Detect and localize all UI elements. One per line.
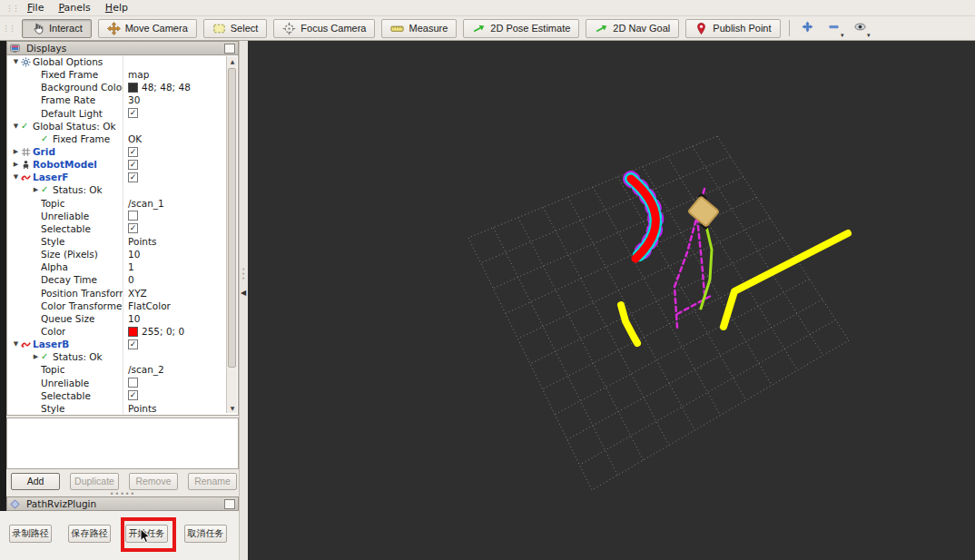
splitter-collapse-arrow[interactable]: ◀ <box>241 289 246 297</box>
tool-interact-button[interactable]: Interact <box>22 19 92 38</box>
tool-move-camera-button[interactable]: Move Camera <box>98 19 197 38</box>
tree-row-unreliable[interactable]: Unreliable <box>7 377 238 389</box>
tree-row-size-pixels[interactable]: Size (Pixels)10 <box>7 248 238 260</box>
property-value[interactable]: 48; 48; 48 <box>123 81 238 93</box>
property-value[interactable]: map <box>123 68 238 81</box>
plugin-button-2[interactable]: 保存路径 <box>68 525 111 543</box>
tool-2d-pose-estimate-button[interactable]: 2D Pose Estimate <box>463 19 579 38</box>
property-value[interactable]: OK <box>123 133 238 145</box>
property-value[interactable]: 0 <box>123 273 238 286</box>
tree-row-color-transformer[interactable]: Color TransformerFlatColor <box>7 300 238 312</box>
tool-visibility-button[interactable]: ▾ <box>851 19 871 38</box>
property-value[interactable]: XYZ <box>123 287 238 300</box>
value-text: 30 <box>128 93 140 106</box>
expand-open-icon[interactable]: ▼ <box>11 120 21 133</box>
tree-row-alpha[interactable]: Alpha1 <box>7 260 238 273</box>
expand-open-icon[interactable]: ▼ <box>11 171 21 183</box>
tree-row-robotmodel[interactable]: ▶RobotModel✓ <box>7 158 238 171</box>
property-value[interactable]: 255; 0; 0 <box>123 325 238 338</box>
plugin-button-4[interactable]: 取消任务 <box>184 525 227 543</box>
tree-row-laserf[interactable]: ▼LaserF✓ <box>7 171 238 183</box>
caret-icon: ▾ <box>841 32 844 39</box>
scroll-up-icon[interactable]: ▲ <box>227 56 238 66</box>
tool-2d-nav-goal-button[interactable]: 2D Nav Goal <box>586 19 679 38</box>
tree-row-style[interactable]: StylePoints <box>7 235 238 248</box>
tree-row-position-transformer[interactable]: Position TransformerXYZ <box>7 287 238 300</box>
tree-row-topic[interactable]: Topic/scan_1 <box>7 197 238 210</box>
3d-viewport[interactable] <box>248 41 975 560</box>
checkbox[interactable]: ✓ <box>128 147 138 157</box>
tree-row-frame-rate[interactable]: Frame Rate30 <box>7 93 238 106</box>
tool-publish-point-button[interactable]: Publish Point <box>685 19 780 38</box>
property-label: Topic <box>41 197 64 210</box>
expand-closed-icon[interactable]: ▶ <box>31 183 41 196</box>
expand-closed-icon[interactable]: ▶ <box>31 350 41 363</box>
tree-row-selectable[interactable]: Selectable✓ <box>7 222 238 235</box>
tool-measure-button[interactable]: Measure <box>381 19 457 38</box>
checkbox[interactable]: ✓ <box>128 390 138 400</box>
vertical-splitter[interactable]: ••• ◀ <box>239 41 248 560</box>
menu-panels[interactable]: Panels <box>52 1 96 15</box>
property-value[interactable]: 30 <box>123 93 238 106</box>
displays-tree[interactable]: ▼Global OptionsFixed FramemapBackground … <box>6 55 239 416</box>
expand-closed-icon[interactable]: ▶ <box>11 158 21 171</box>
displays-float-button[interactable] <box>224 44 235 54</box>
tree-row-unreliable[interactable]: Unreliable <box>7 210 238 222</box>
rename-button[interactable]: Rename <box>188 473 237 490</box>
property-value[interactable]: /scan_2 <box>123 363 238 376</box>
color-swatch[interactable] <box>128 83 138 93</box>
tree-row-topic[interactable]: Topic/scan_2 <box>7 363 238 376</box>
expand-open-icon[interactable]: ▼ <box>11 55 21 68</box>
property-value[interactable]: /scan_1 <box>123 197 238 210</box>
tree-row-selectable[interactable]: Selectable✓ <box>7 389 238 402</box>
add-button[interactable]: Add <box>11 473 60 490</box>
checkbox[interactable]: ✓ <box>128 223 138 233</box>
tool-label: Move Camera <box>125 23 188 34</box>
tree-row-background-color[interactable]: Background Color48; 48; 48 <box>7 81 238 93</box>
expand-closed-icon[interactable]: ▶ <box>11 145 21 158</box>
checkbox[interactable]: ✓ <box>128 160 138 170</box>
add-tool-button[interactable] <box>798 19 818 38</box>
property-value[interactable]: 1 <box>123 260 238 273</box>
tree-row-grid[interactable]: ▶Grid✓ <box>7 145 238 158</box>
tree-row-color[interactable]: Color255; 0; 0 <box>7 325 238 338</box>
color-swatch[interactable] <box>128 327 138 337</box>
property-value[interactable]: Points <box>123 235 238 248</box>
tree-row-laserb[interactable]: ▼LaserB✓ <box>7 338 238 350</box>
checkbox[interactable] <box>128 378 138 388</box>
property-name: Style <box>7 402 123 415</box>
tree-row-default-light[interactable]: Default Light✓ <box>7 107 238 120</box>
scrollbar-thumb[interactable] <box>228 68 236 368</box>
property-label: Selectable <box>41 389 91 402</box>
checkbox[interactable]: ✓ <box>128 172 138 182</box>
tree-row-status-ok[interactable]: ▶✓Status: Ok <box>7 350 238 363</box>
tree-row-style[interactable]: StylePoints <box>7 402 238 415</box>
property-value[interactable]: Points <box>123 402 238 415</box>
menu-help[interactable]: Help <box>99 1 134 15</box>
property-name: Style <box>7 235 123 248</box>
checkbox[interactable]: ✓ <box>128 108 138 118</box>
plugin-float-button[interactable] <box>224 499 235 509</box>
property-value[interactable]: 10 <box>123 312 238 325</box>
checkbox[interactable]: ✓ <box>128 339 138 349</box>
menu-file[interactable]: File <box>21 1 50 15</box>
remove-tool-button[interactable]: ▾ <box>824 19 844 38</box>
tree-row-fixed-frame[interactable]: Fixed Framemap <box>7 68 238 81</box>
remove-button[interactable]: Remove <box>129 473 178 490</box>
tree-row-decay-time[interactable]: Decay Time0 <box>7 273 238 286</box>
duplicate-button[interactable]: Duplicate <box>70 473 119 490</box>
tree-row-status-ok[interactable]: ▶✓Status: Ok <box>7 183 238 196</box>
property-value[interactable]: 10 <box>123 248 238 260</box>
expand-open-icon[interactable]: ▼ <box>11 338 21 350</box>
tool-focus-camera-button[interactable]: Focus Camera <box>273 19 375 38</box>
checkbox[interactable] <box>128 211 138 221</box>
tree-row-global-status-ok[interactable]: ▼✓Global Status: Ok <box>7 120 238 133</box>
tree-row-queue-size[interactable]: Queue Size10 <box>7 312 238 325</box>
plugin-button-1[interactable]: 录制路径 <box>9 525 52 543</box>
property-value[interactable]: FlatColor <box>123 300 238 312</box>
tree-scrollbar[interactable]: ▲▼ <box>226 56 237 413</box>
tree-row-fixed-frame[interactable]: ✓Fixed FrameOK <box>7 133 238 145</box>
scroll-down-icon[interactable]: ▼ <box>227 403 238 413</box>
tool-select-button[interactable]: Select <box>203 19 268 38</box>
tree-row-global-options[interactable]: ▼Global Options <box>7 55 238 68</box>
